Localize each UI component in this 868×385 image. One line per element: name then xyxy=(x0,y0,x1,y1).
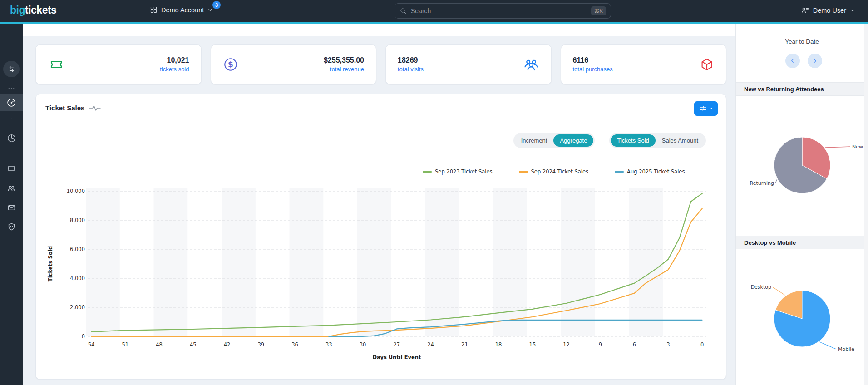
sidebar-item-messages[interactable] xyxy=(0,203,23,212)
sidebar-section-ellipsis xyxy=(0,85,23,91)
svg-text:6,000: 6,000 xyxy=(70,246,85,252)
ticket-icon xyxy=(48,57,65,72)
attendees-icon xyxy=(6,183,16,193)
svg-text:54: 54 xyxy=(88,341,95,348)
search-shortcut: ⌘K xyxy=(591,6,606,15)
svg-text:12: 12 xyxy=(563,341,570,348)
legend-label: Sep 2023 Ticket Sales xyxy=(435,168,493,175)
toggle-option-tickets-sold[interactable]: Tickets Sold xyxy=(611,134,655,147)
stat-cards-row: 10,021 tickets sold $ $255,355.00 total … xyxy=(35,44,726,84)
section-title: New vs Returning Attendees xyxy=(736,86,824,93)
stat-label-link[interactable]: total visits xyxy=(398,66,424,73)
chevron-down-icon xyxy=(709,106,713,111)
svg-text:$: $ xyxy=(228,60,233,69)
right-summary-panel: Year to Date New vs Returning Attendees … xyxy=(735,24,868,385)
chevron-left-icon xyxy=(789,58,796,64)
svg-text:Days Until Event: Days Until Event xyxy=(372,354,421,360)
chart-legend: Sep 2023 Ticket SalesSep 2024 Ticket Sal… xyxy=(423,168,685,175)
svg-text:15: 15 xyxy=(529,341,536,348)
svg-text:10,000: 10,000 xyxy=(67,188,85,194)
new-vs-returning-pie-chart[interactable]: New Returning xyxy=(736,116,868,216)
svg-text:36: 36 xyxy=(291,341,298,348)
panel-header-divider xyxy=(36,123,726,123)
package-icon xyxy=(700,57,714,72)
attendees-icon xyxy=(523,56,539,73)
desktop-vs-mobile-pie-chart[interactable]: Desktop Mobile xyxy=(736,270,868,368)
sidebar-item-dashboard[interactable] xyxy=(0,98,23,108)
svg-text:30: 30 xyxy=(360,341,366,348)
chevron-down-icon xyxy=(850,8,855,13)
svg-text:0: 0 xyxy=(82,333,85,340)
grid-icon xyxy=(150,6,158,14)
legend-swatch xyxy=(423,171,432,173)
svg-text:3: 3 xyxy=(666,341,670,348)
search-input[interactable]: Search ⌘K xyxy=(395,3,611,19)
chevron-right-icon xyxy=(812,58,818,64)
dollar-circle-icon: $ xyxy=(223,57,238,72)
chart-settings-button[interactable] xyxy=(694,101,718,116)
swap-arrows-icon xyxy=(7,65,16,74)
sidebar-item-security[interactable] xyxy=(0,222,23,232)
accent-divider xyxy=(0,22,868,24)
svg-text:27: 27 xyxy=(393,341,400,348)
pie-label-mobile: Mobile xyxy=(838,346,854,352)
stat-label-link[interactable]: total revenue xyxy=(324,66,364,73)
sidebar-section-ellipsis xyxy=(0,115,23,121)
svg-text:24: 24 xyxy=(427,341,434,348)
legend-item[interactable]: Sep 2023 Ticket Sales xyxy=(423,168,493,175)
stat-card-total-visits: 18269 total visits xyxy=(385,44,552,84)
svg-text:18: 18 xyxy=(495,341,502,348)
shield-icon xyxy=(7,222,16,232)
mail-icon xyxy=(7,203,16,212)
scrollbar-track[interactable] xyxy=(864,24,868,385)
stat-card-total-purchases: 6116 total purchases xyxy=(561,44,727,84)
svg-text:2,000: 2,000 xyxy=(70,304,85,311)
chevron-down-icon xyxy=(207,7,213,13)
pie-label-returning: Returning xyxy=(750,180,774,186)
ticket-sales-panel: Ticket Sales IncrementAggregateTickets S… xyxy=(35,94,726,380)
pie-label-new: New xyxy=(852,144,863,150)
next-period-button[interactable] xyxy=(808,54,822,68)
section-header-devices: Desktop vs Mobile xyxy=(736,236,868,249)
svg-text:8,000: 8,000 xyxy=(70,217,85,223)
legend-item[interactable]: Sep 2024 Ticket Sales xyxy=(519,168,589,175)
app-logo[interactable]: bigtickets xyxy=(10,4,56,16)
ticket-sales-line-chart[interactable]: 02,0004,0006,0008,00010,0005451484542393… xyxy=(45,182,721,363)
svg-text:0: 0 xyxy=(700,341,704,348)
toggle-option-increment[interactable]: Increment xyxy=(515,134,554,147)
svg-text:48: 48 xyxy=(156,341,163,348)
stat-label-link[interactable]: tickets sold xyxy=(160,66,189,73)
legend-label: Sep 2024 Ticket Sales xyxy=(531,168,589,175)
svg-text:4,000: 4,000 xyxy=(70,275,85,281)
sidebar-divider xyxy=(0,241,23,241)
sidebar-item-reports[interactable] xyxy=(0,133,23,143)
toggle-option-sales-amount[interactable]: Sales Amount xyxy=(656,134,705,147)
sidebar-item-attendees[interactable] xyxy=(0,183,23,193)
stat-label-link[interactable]: total purchases xyxy=(573,66,613,73)
svg-text:Tickets Sold: Tickets Sold xyxy=(47,246,54,281)
section-title: Desktop vs Mobile xyxy=(736,239,796,246)
dashboard-gauge-icon xyxy=(6,98,16,108)
toggle-group: IncrementAggregate xyxy=(513,133,595,148)
user-icon xyxy=(801,6,809,15)
user-menu[interactable]: Demo User xyxy=(801,6,855,15)
svg-text:6: 6 xyxy=(633,341,636,348)
sidebar-item-tickets[interactable] xyxy=(0,163,23,173)
stat-card-tickets-sold: 10,021 tickets sold xyxy=(35,44,202,84)
left-sidebar xyxy=(0,24,23,385)
panel-title-row: Ticket Sales xyxy=(45,104,101,112)
search-placeholder: Search xyxy=(411,7,587,15)
legend-item[interactable]: Aug 2025 Ticket Sales xyxy=(615,168,685,175)
search-icon xyxy=(399,7,407,15)
svg-text:39: 39 xyxy=(257,341,264,348)
account-switcher[interactable]: Demo Account xyxy=(150,6,213,14)
logo-part-tickets: tickets xyxy=(25,4,56,16)
prev-period-button[interactable] xyxy=(785,54,800,68)
stat-card-total-revenue: $ $255,355.00 total revenue xyxy=(211,44,377,84)
sidebar-collapse-button[interactable] xyxy=(3,61,20,77)
activity-pulse-icon xyxy=(89,104,101,112)
sliders-icon xyxy=(699,104,707,113)
toggle-group: Tickets SoldSales Amount xyxy=(609,133,706,148)
legend-label: Aug 2025 Ticket Sales xyxy=(627,168,685,175)
toggle-option-aggregate[interactable]: Aggregate xyxy=(553,134,593,147)
